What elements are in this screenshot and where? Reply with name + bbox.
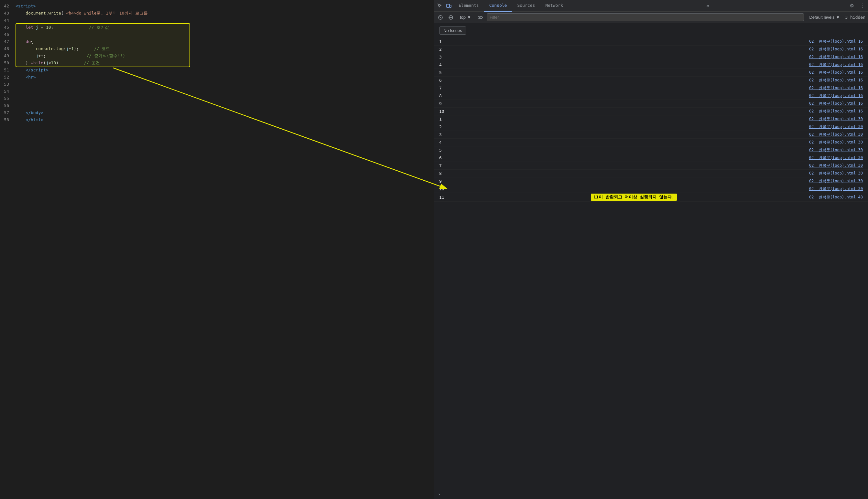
console-source[interactable]: 02. 반복문(loop).html:16: [809, 70, 863, 75]
more-options-icon[interactable]: ⋮: [858, 1, 867, 10]
code-line: 46: [0, 31, 434, 38]
console-row[interactable]: 802. 반복문(loop).html:30: [434, 170, 868, 178]
console-source[interactable]: 02. 반복문(loop).html:30: [809, 155, 863, 161]
console-row[interactable]: 602. 반복문(loop).html:30: [434, 154, 868, 162]
console-output[interactable]: 102. 반복문(loop).html:16202. 반복문(loop).htm…: [434, 38, 868, 489]
console-row[interactable]: 902. 반복문(loop).html:30: [434, 178, 868, 185]
line-content: console.log(j+1); // 코드: [13, 45, 434, 52]
clear-console-icon[interactable]: [437, 14, 444, 21]
svg-rect-1: [450, 5, 451, 8]
console-row[interactable]: 302. 반복문(loop).html:16: [434, 53, 868, 61]
top-context-dropdown[interactable]: top ▼: [457, 14, 474, 20]
line-number: 45: [0, 24, 13, 31]
hidden-count-badge: 3 hidden: [845, 15, 865, 20]
console-value: 3: [439, 132, 459, 137]
console-row[interactable]: 1002. 반복문(loop).html:16: [434, 108, 868, 115]
console-row[interactable]: 402. 반복문(loop).html:16: [434, 61, 868, 69]
console-value: 9: [439, 101, 459, 106]
console-row[interactable]: 102. 반복문(loop).html:16: [434, 38, 868, 46]
console-source[interactable]: 02. 반복문(loop).html:16: [809, 62, 863, 68]
console-row[interactable]: 1002. 반복문(loop).html:30: [434, 185, 868, 193]
block-icon[interactable]: [447, 14, 455, 21]
console-value: 1: [439, 39, 459, 44]
console-source[interactable]: 02. 반복문(loop).html:16: [809, 77, 863, 83]
console-source[interactable]: 02. 반복문(loop).html:30: [809, 124, 863, 130]
line-content: [13, 17, 434, 24]
console-source[interactable]: 02. 반복문(loop).html:30: [809, 132, 863, 137]
console-source[interactable]: 02. 반복문(loop).html:16: [809, 101, 863, 106]
tab-console[interactable]: Console: [484, 0, 512, 12]
console-source[interactable]: 02. 반복문(loop).html:30: [809, 186, 863, 192]
console-source[interactable]: 02. 반복문(loop).html:48: [809, 195, 863, 200]
line-content: } while(j<10) // 조건: [13, 60, 434, 66]
console-row[interactable]: 902. 반복문(loop).html:16: [434, 100, 868, 108]
console-value: 9: [439, 179, 459, 184]
code-line: 43 document.write('<h4>do while문, 1부터 10…: [0, 10, 434, 17]
tab-elements[interactable]: Elements: [453, 0, 484, 12]
svg-line-3: [440, 16, 441, 19]
console-row[interactable]: 402. 반복문(loop).html:30: [434, 139, 868, 146]
console-source[interactable]: 02. 반복문(loop).html:16: [809, 54, 863, 60]
console-row[interactable]: 702. 반복문(loop).html:16: [434, 84, 868, 92]
eye-icon[interactable]: [476, 14, 484, 21]
tab-network[interactable]: Network: [540, 0, 568, 12]
console-source[interactable]: 02. 반복문(loop).html:30: [809, 139, 863, 145]
console-input-row: ›: [434, 489, 868, 499]
svg-point-7: [479, 17, 481, 18]
console-source[interactable]: 02. 반복문(loop).html:16: [809, 109, 863, 114]
code-editor: 42<script>43 document.write('<h4>do whil…: [0, 0, 434, 499]
svg-point-6: [478, 16, 483, 19]
console-source[interactable]: 02. 반복문(loop).html:30: [809, 163, 863, 168]
code-line: 51 </script>: [0, 66, 434, 74]
more-tabs-icon[interactable]: »: [704, 3, 712, 9]
code-line: 57 </body>: [0, 109, 434, 116]
console-row[interactable]: 602. 반복문(loop).html:16: [434, 76, 868, 84]
console-row[interactable]: 202. 반복문(loop).html:16: [434, 46, 868, 53]
line-content: [13, 31, 434, 38]
line-number: 57: [0, 109, 13, 116]
console-row[interactable]: 302. 반복문(loop).html:30: [434, 131, 868, 139]
device-toolbar-icon[interactable]: [444, 1, 453, 10]
console-row[interactable]: 502. 반복문(loop).html:16: [434, 69, 868, 76]
tab-sources[interactable]: Sources: [512, 0, 540, 12]
console-source[interactable]: 02. 반복문(loop).html:30: [809, 179, 863, 184]
console-value: 8: [439, 171, 459, 176]
line-content: </script>: [13, 66, 434, 74]
svg-rect-0: [447, 4, 450, 8]
inspect-element-icon[interactable]: [435, 1, 444, 10]
code-line: 58 </html>: [0, 116, 434, 123]
line-number: 44: [0, 17, 13, 24]
console-source[interactable]: 02. 반복문(loop).html:30: [809, 147, 863, 153]
console-source[interactable]: 02. 반복문(loop).html:30: [809, 171, 863, 176]
console-source[interactable]: 02. 반복문(loop).html:16: [809, 39, 863, 44]
console-value: 6: [439, 78, 459, 83]
code-line: 54: [0, 88, 434, 95]
filter-input[interactable]: [487, 13, 804, 21]
settings-icon[interactable]: ⚙: [847, 1, 856, 10]
console-source[interactable]: 02. 반복문(loop).html:16: [809, 47, 863, 52]
console-value: 8: [439, 94, 459, 98]
code-lines: 42<script>43 document.write('<h4>do whil…: [0, 0, 434, 126]
console-value: 3: [439, 54, 459, 60]
console-input[interactable]: [443, 491, 864, 496]
default-levels-dropdown[interactable]: Default levels ▼: [807, 14, 843, 20]
devtools-right-icons: ⚙ ⋮: [847, 1, 867, 10]
line-number: 48: [0, 45, 13, 52]
console-value: 1: [439, 117, 459, 122]
console-row[interactable]: 202. 반복문(loop).html:30: [434, 123, 868, 131]
console-row[interactable]: 1111이 반환되고 더이상 실행되지 않는다.02. 반복문(loop).ht…: [434, 193, 868, 202]
console-source[interactable]: 02. 반복문(loop).html:16: [809, 85, 863, 91]
console-row[interactable]: 802. 반복문(loop).html:16: [434, 92, 868, 100]
console-value: 6: [439, 156, 459, 160]
console-source[interactable]: 02. 반복문(loop).html:30: [809, 116, 863, 122]
code-line: 53: [0, 81, 434, 88]
no-issues-button[interactable]: No Issues: [439, 26, 466, 35]
console-row[interactable]: 102. 반복문(loop).html:30: [434, 115, 868, 123]
line-number: 49: [0, 52, 13, 60]
console-source[interactable]: 02. 반복문(loop).html:16: [809, 93, 863, 99]
no-issues-area: No Issues: [434, 23, 868, 38]
line-number: 43: [0, 10, 13, 17]
line-number: 46: [0, 31, 13, 38]
console-row[interactable]: 702. 반복문(loop).html:30: [434, 162, 868, 170]
console-row[interactable]: 502. 반복문(loop).html:30: [434, 146, 868, 154]
